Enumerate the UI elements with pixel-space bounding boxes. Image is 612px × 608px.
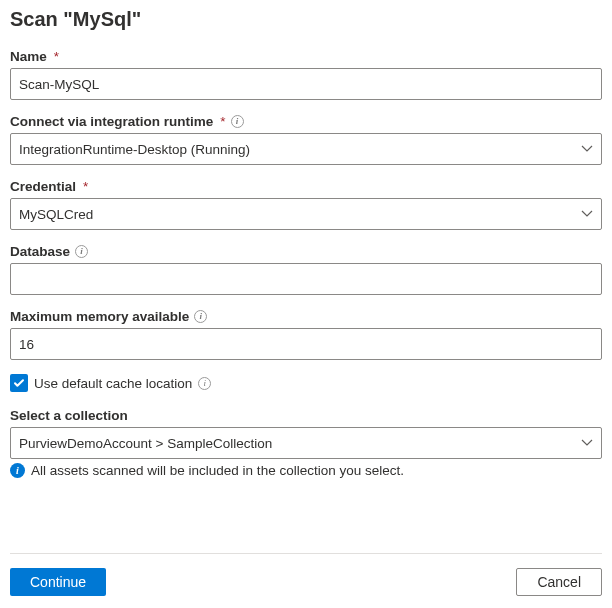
label-credential: Credential* bbox=[10, 179, 602, 194]
required-marker: * bbox=[54, 49, 59, 64]
info-icon[interactable]: i bbox=[231, 115, 244, 128]
chevron-down-icon bbox=[581, 439, 593, 447]
label-memory: Maximum memory available i bbox=[10, 309, 602, 324]
chevron-down-icon bbox=[581, 145, 593, 153]
info-icon[interactable]: i bbox=[198, 377, 211, 390]
runtime-select-value: IntegrationRuntime-Desktop (Running) bbox=[19, 142, 575, 157]
footer: Continue Cancel bbox=[10, 553, 602, 596]
credential-select[interactable]: MySQLCred bbox=[10, 198, 602, 230]
field-runtime: Connect via integration runtime* i Integ… bbox=[10, 114, 602, 165]
runtime-select[interactable]: IntegrationRuntime-Desktop (Running) bbox=[10, 133, 602, 165]
info-icon[interactable]: i bbox=[75, 245, 88, 258]
info-badge-icon: i bbox=[10, 463, 25, 478]
collection-hint: i All assets scanned will be included in… bbox=[10, 463, 602, 478]
cache-checkbox[interactable] bbox=[10, 374, 28, 392]
field-cache: Use default cache location i bbox=[10, 374, 602, 392]
name-input[interactable] bbox=[10, 68, 602, 100]
label-runtime: Connect via integration runtime* i bbox=[10, 114, 602, 129]
page-title: Scan "MySql" bbox=[10, 8, 602, 31]
required-marker: * bbox=[220, 114, 225, 129]
field-collection: Select a collection PurviewDemoAccount >… bbox=[10, 408, 602, 478]
info-icon[interactable]: i bbox=[194, 310, 207, 323]
collection-select[interactable]: PurviewDemoAccount > SampleCollection bbox=[10, 427, 602, 459]
label-name: Name* bbox=[10, 49, 602, 64]
field-name: Name* bbox=[10, 49, 602, 100]
required-marker: * bbox=[83, 179, 88, 194]
field-database: Database i bbox=[10, 244, 602, 295]
field-memory: Maximum memory available i bbox=[10, 309, 602, 360]
cancel-button[interactable]: Cancel bbox=[516, 568, 602, 596]
database-input[interactable] bbox=[10, 263, 602, 295]
collection-select-value: PurviewDemoAccount > SampleCollection bbox=[19, 436, 575, 451]
continue-button[interactable]: Continue bbox=[10, 568, 106, 596]
memory-input[interactable] bbox=[10, 328, 602, 360]
label-collection: Select a collection bbox=[10, 408, 602, 423]
collection-hint-text: All assets scanned will be included in t… bbox=[31, 463, 404, 478]
field-credential: Credential* MySQLCred bbox=[10, 179, 602, 230]
credential-select-value: MySQLCred bbox=[19, 207, 575, 222]
cache-label: Use default cache location bbox=[34, 376, 192, 391]
chevron-down-icon bbox=[581, 210, 593, 218]
label-database: Database i bbox=[10, 244, 602, 259]
